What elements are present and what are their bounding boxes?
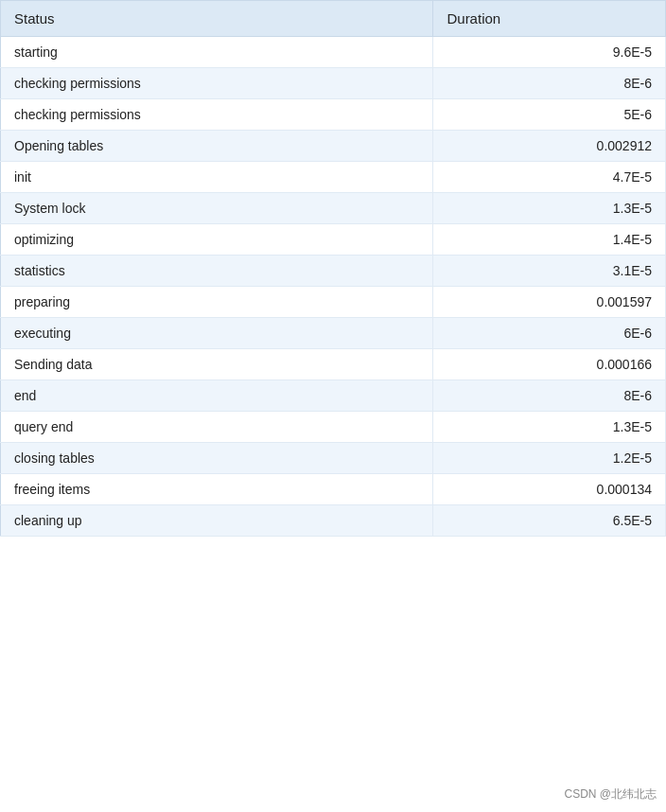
status-cell: cleaning up (1, 505, 433, 537)
table-row: checking permissions8E-6 (1, 68, 666, 99)
duration-cell: 0.001597 (433, 287, 666, 318)
status-cell: statistics (1, 256, 433, 287)
duration-cell: 8E-6 (433, 380, 666, 412)
status-cell: freeing items (1, 474, 433, 505)
table-row: closing tables1.2E-5 (1, 443, 666, 474)
table-header-row: Status Duration (1, 1, 666, 37)
duration-cell: 0.000166 (433, 349, 666, 380)
table-row: starting9.6E-5 (1, 37, 666, 68)
status-cell: init (1, 162, 433, 193)
duration-cell: 1.4E-5 (433, 224, 666, 256)
status-cell: end (1, 380, 433, 412)
table-row: Opening tables0.002912 (1, 131, 666, 162)
duration-cell: 0.002912 (433, 131, 666, 162)
table-row: end8E-6 (1, 380, 666, 412)
status-cell: checking permissions (1, 68, 433, 99)
status-cell: query end (1, 412, 433, 443)
duration-cell: 0.000134 (433, 474, 666, 505)
table-row: freeing items0.000134 (1, 474, 666, 505)
watermark-text: CSDN @北纬北志 (564, 786, 657, 803)
status-cell: executing (1, 318, 433, 349)
table-body: starting9.6E-5checking permissions8E-6ch… (1, 37, 666, 537)
table-row: System lock1.3E-5 (1, 193, 666, 224)
status-column-header: Status (1, 1, 433, 37)
table-row: optimizing1.4E-5 (1, 224, 666, 256)
duration-cell: 6E-6 (433, 318, 666, 349)
duration-cell: 3.1E-5 (433, 256, 666, 287)
duration-cell: 9.6E-5 (433, 37, 666, 68)
status-cell: starting (1, 37, 433, 68)
status-cell: preparing (1, 287, 433, 318)
table-row: checking permissions5E-6 (1, 99, 666, 131)
table-row: Sending data0.000166 (1, 349, 666, 380)
table-row: preparing0.001597 (1, 287, 666, 318)
duration-cell: 4.7E-5 (433, 162, 666, 193)
duration-cell: 8E-6 (433, 68, 666, 99)
status-cell: Opening tables (1, 131, 433, 162)
status-cell: Sending data (1, 349, 433, 380)
duration-cell: 1.3E-5 (433, 412, 666, 443)
status-cell: checking permissions (1, 99, 433, 131)
duration-cell: 6.5E-5 (433, 505, 666, 537)
status-cell: closing tables (1, 443, 433, 474)
table-row: executing6E-6 (1, 318, 666, 349)
table-row: query end1.3E-5 (1, 412, 666, 443)
duration-cell: 1.3E-5 (433, 193, 666, 224)
table-row: init4.7E-5 (1, 162, 666, 193)
table-row: cleaning up6.5E-5 (1, 505, 666, 537)
table-row: statistics3.1E-5 (1, 256, 666, 287)
duration-column-header: Duration (433, 1, 666, 37)
status-cell: System lock (1, 193, 433, 224)
duration-cell: 5E-6 (433, 99, 666, 131)
profile-table: Status Duration starting9.6E-5checking p… (0, 0, 666, 537)
status-cell: optimizing (1, 224, 433, 256)
duration-cell: 1.2E-5 (433, 443, 666, 474)
